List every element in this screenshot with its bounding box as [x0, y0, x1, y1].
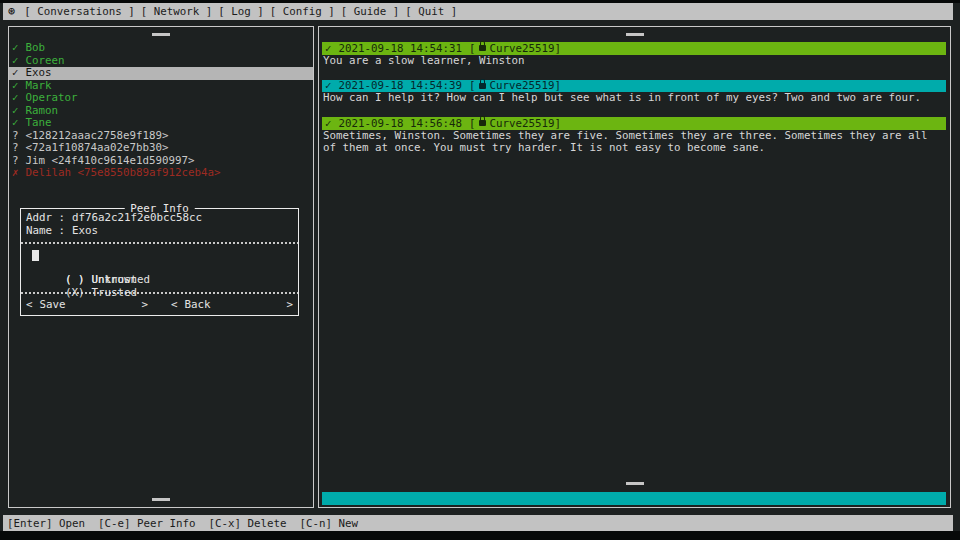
trust-check-icon: ✓	[12, 104, 19, 117]
contact-row-delilah[interactable]: ✗Delilah <75e8550b89af912ceb4a>	[9, 167, 313, 180]
menu-item-config[interactable]: [ Config ]	[270, 5, 335, 18]
bottom-strip	[0, 531, 960, 540]
menu-item-network[interactable]: [ Network ]	[141, 5, 213, 18]
unknown-mark-icon: ?	[12, 154, 19, 167]
addr-value: df76a2c21f2e0bcc58cc	[72, 211, 202, 224]
unknown-mark-icon: ?	[12, 129, 19, 142]
trust-check-icon: ✓	[12, 54, 19, 67]
timestamp: 2021-09-18 14:54:31	[339, 42, 463, 55]
trust-check-icon: ✓	[12, 66, 19, 79]
statusbar: [Enter] Open [C-e] Peer Info [C-x] Delet…	[3, 515, 953, 531]
message-list: ✓2021-09-18 14:54:31[Curve25519] You are…	[319, 27, 950, 155]
timestamp: 2021-09-18 14:56:48	[339, 117, 463, 130]
check-icon: ✓	[325, 42, 332, 55]
contact-name: Exos	[26, 66, 52, 79]
name-label: Name :	[26, 224, 65, 237]
bracket-close: ]	[555, 42, 562, 55]
contact-row-tane[interactable]: ✓Tane	[9, 117, 313, 130]
check-icon: ✓	[325, 117, 332, 130]
message-text: You are a slow learner, Winston	[322, 55, 946, 68]
trust-check-icon: ✓	[12, 116, 19, 129]
message-input[interactable]	[322, 492, 946, 505]
menu-item-log[interactable]: [ Log ]	[218, 5, 264, 18]
hint-open: [Enter] Open	[7, 517, 85, 530]
trust-check-icon: ✓	[12, 79, 19, 92]
message: ✓2021-09-18 14:54:39[Curve25519] How can…	[322, 80, 946, 105]
contact-name: Delilah <75e8550b89af912ceb4a>	[26, 166, 221, 179]
unknown-mark-icon: ?	[12, 141, 19, 154]
lock-icon	[479, 83, 486, 89]
scroll-handle-bottom	[152, 498, 170, 501]
bracket-close: ]	[555, 117, 562, 130]
menu-item-conversations[interactable]: [ Conversations ]	[24, 5, 135, 18]
text-cursor	[32, 250, 39, 261]
bracket-right: >	[141, 299, 148, 312]
dialog-buttons: <Save > <Back >	[21, 299, 298, 312]
addr-label: Addr :	[26, 211, 65, 224]
contact-row-operator[interactable]: ✓Operator	[9, 92, 313, 105]
chat-panel: ✓2021-09-18 14:54:31[Curve25519] You are…	[318, 26, 951, 508]
back-button-label: Back	[185, 299, 211, 312]
hint-delete: [C-x] Delete	[209, 517, 287, 530]
menu-item-guide[interactable]: [ Guide ]	[341, 5, 400, 18]
message-text: How can I help it? How can I help but se…	[322, 92, 946, 105]
contact-row-unknown-2[interactable]: ?<72a1f10874aa02e7bb30>	[9, 142, 313, 155]
scroll-handle-bottom	[626, 482, 644, 485]
radio-bracket: (X)	[65, 286, 85, 299]
trust-check-icon: ✓	[12, 91, 19, 104]
app-icon: ⊛	[8, 3, 15, 20]
cipher-label: Curve25519	[490, 42, 555, 55]
scroll-handle-top	[626, 33, 644, 36]
peer-info-dialog: Peer Info Addr :df76a2c21f2e0bcc58cc Nam…	[20, 208, 299, 316]
scroll-handle-top	[152, 33, 170, 36]
name-row: Name :Exos	[21, 225, 298, 238]
contact-name: Tane	[26, 116, 52, 129]
contact-list: ✓Bob ✓Coreen ✓Exos ✓Mark ✓Operator ✓Ramo…	[9, 27, 313, 180]
radio-untrusted[interactable]: ( )Untrusted	[21, 249, 298, 262]
menu-item-quit[interactable]: [ Quit ]	[405, 5, 457, 18]
blocked-x-icon: ✗	[12, 166, 19, 179]
back-button[interactable]: <Back >	[171, 299, 293, 312]
contact-name: Jim <24f410c9614e1d590997>	[26, 154, 195, 167]
hint-peer-info: [C-e] Peer Info	[98, 517, 196, 530]
contact-name: Coreen	[26, 54, 65, 67]
radio-trusted[interactable]: (X)Trusted	[21, 274, 298, 287]
bracket-open: [	[469, 42, 476, 55]
bracket-right: >	[286, 299, 293, 312]
contact-row-ramon[interactable]: ✓Ramon	[9, 105, 313, 118]
contact-row-bob[interactable]: ✓Bob	[9, 42, 313, 55]
contacts-panel: ✓Bob ✓Coreen ✓Exos ✓Mark ✓Operator ✓Ramo…	[8, 26, 314, 508]
message: ✓2021-09-18 14:54:31[Curve25519] You are…	[322, 42, 946, 67]
contact-name: <128212aaac2758e9f189>	[26, 129, 169, 142]
message: ✓2021-09-18 14:56:48[Curve25519] Sometim…	[322, 117, 946, 155]
cipher-label: Curve25519	[490, 117, 555, 130]
contact-name: Operator	[26, 91, 78, 104]
contact-row-coreen[interactable]: ✓Coreen	[9, 55, 313, 68]
lock-icon	[479, 45, 486, 51]
contact-name: <72a1f10874aa02e7bb30>	[26, 141, 169, 154]
dialog-separator	[21, 242, 298, 244]
contact-row-exos[interactable]: ✓Exos	[9, 67, 313, 80]
name-value: Exos	[72, 224, 98, 237]
radio-label: Trusted	[92, 286, 138, 299]
menubar: ⊛ [ Conversations ] [ Network ] [ Log ] …	[3, 3, 953, 20]
bracket-left: <	[171, 299, 178, 312]
contact-name: Ramon	[26, 104, 59, 117]
message-text: Sometimes, Winston. Sometimes they are f…	[322, 130, 946, 155]
lock-icon	[479, 120, 486, 126]
trust-check-icon: ✓	[12, 41, 19, 54]
hint-new: [C-n] New	[300, 517, 359, 530]
contact-name: Bob	[26, 41, 46, 54]
radio-unknown[interactable]: ( )Unknown	[21, 262, 298, 275]
bracket-open: [	[469, 117, 476, 130]
message-header: ✓2021-09-18 14:54:31[Curve25519]	[322, 42, 946, 55]
contact-name: Mark	[26, 79, 52, 92]
message-header: ✓2021-09-18 14:56:48[Curve25519]	[322, 117, 946, 130]
